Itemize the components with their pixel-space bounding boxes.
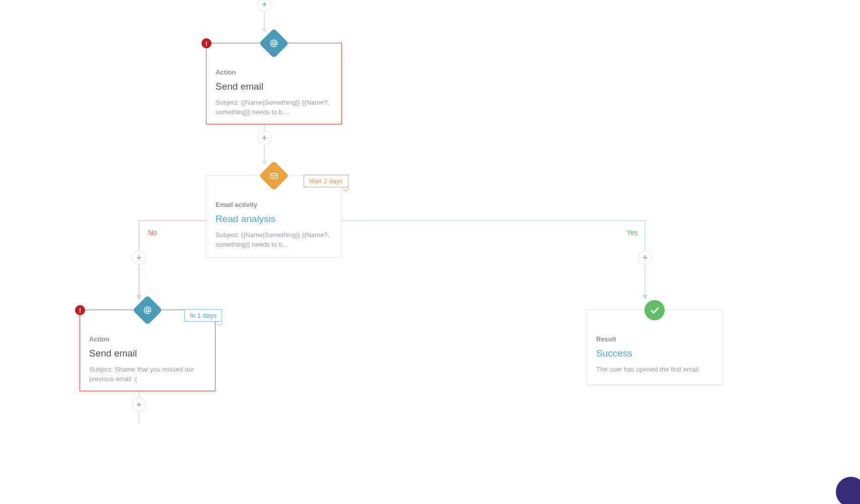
- node-action-send-email-1[interactable]: ! Action Send email Subject: {{Name|Some…: [206, 43, 342, 124]
- svg-rect-1: [270, 174, 277, 179]
- plus-icon: +: [136, 253, 142, 262]
- node-description: Subject: {{Name|Something}} {{Name?, som…: [216, 98, 332, 117]
- plus-icon: +: [136, 400, 142, 409]
- at-icon: [259, 28, 289, 58]
- at-icon: [132, 295, 162, 325]
- node-description: Subject: {{Name|Something}} {{Name?, som…: [216, 231, 332, 250]
- error-badge: !: [75, 305, 85, 315]
- plus-icon: +: [642, 253, 648, 262]
- connector-yes: [323, 220, 645, 221]
- node-title: Read analysis: [216, 213, 332, 225]
- node-description: Subject: Shame that you missed our previ…: [89, 365, 206, 384]
- node-title: Success: [596, 348, 713, 359]
- node-category: Result: [596, 335, 713, 343]
- node-title: Send email: [89, 348, 206, 359]
- node-title: Send email: [216, 81, 332, 92]
- wait-tag: Wait 2 days: [304, 175, 348, 187]
- add-node-button[interactable]: +: [257, 0, 271, 12]
- error-badge: !: [201, 38, 211, 48]
- node-condition-read-analysis[interactable]: Wait 2 days Email activity Read analysis…: [206, 175, 342, 258]
- workflow-canvas[interactable]: + ! Action Send email Subject: {{Name|So…: [0, 0, 860, 504]
- connector-no: [138, 220, 206, 221]
- node-category: Action: [89, 335, 206, 343]
- node-result-success[interactable]: Result Success The user has opened the f…: [587, 310, 723, 385]
- node-description: The user has opened the first email: [596, 365, 713, 375]
- branch-label-no: No: [148, 229, 157, 237]
- plus-icon: +: [262, 133, 267, 142]
- add-node-button[interactable]: +: [257, 131, 271, 145]
- node-action-send-email-2[interactable]: ! In 1 days Action Send email Subject: S…: [80, 310, 216, 391]
- envelope-icon: [259, 161, 289, 190]
- add-node-button[interactable]: +: [638, 251, 652, 265]
- add-node-button[interactable]: +: [132, 398, 146, 412]
- delay-tag: In 1 days: [184, 309, 222, 322]
- plus-icon: +: [262, 0, 267, 9]
- node-category: Action: [216, 68, 332, 76]
- check-icon: [644, 300, 665, 320]
- svg-point-2: [146, 309, 149, 312]
- add-node-button[interactable]: +: [132, 251, 146, 265]
- svg-point-0: [272, 42, 275, 45]
- node-category: Email activity: [216, 201, 332, 208]
- help-fab[interactable]: [836, 477, 860, 504]
- branch-label-yes: Yes: [626, 229, 638, 237]
